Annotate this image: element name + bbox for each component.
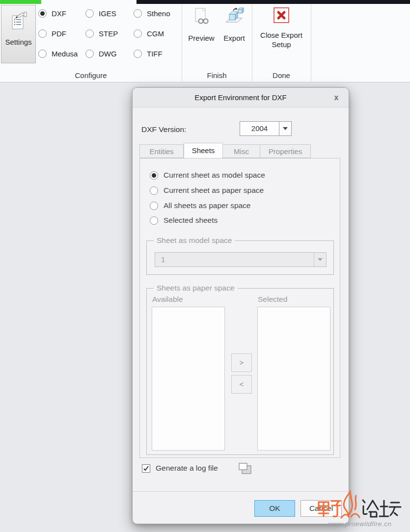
model-space-sheet-value: 1 <box>155 253 314 266</box>
selected-sheets-list[interactable] <box>257 307 330 451</box>
format-radio-cgm[interactable]: CGM <box>134 29 164 38</box>
format-radio-tiff[interactable]: TIFF <box>134 50 163 58</box>
format-radio-iges[interactable]: IGES <box>85 9 116 18</box>
cancel-button[interactable]: Cancel <box>301 500 342 517</box>
export-environment-dialog: Export Environment for DXF x DXF Version… <box>132 87 349 524</box>
export-icon <box>224 7 244 27</box>
radio-icon <box>38 50 47 58</box>
radio-icon <box>150 216 158 225</box>
ribbon-group-configure: Configure <box>0 70 182 81</box>
radio-icon <box>134 9 142 18</box>
format-radio-stheno[interactable]: Stheno <box>134 9 170 18</box>
preview-button[interactable]: Preview <box>186 7 217 43</box>
dxf-version-label: DXF Version: <box>141 125 186 134</box>
radio-selected-icon <box>38 9 47 18</box>
settings-button[interactable]: Settings <box>1 5 36 63</box>
radio-icon <box>85 9 94 18</box>
sheet-as-model-space-group: Sheet as model space 1 <box>146 240 334 275</box>
dialog-close-icon[interactable]: x <box>331 88 342 107</box>
move-right-button[interactable]: > <box>231 353 252 372</box>
chevron-down-icon <box>283 127 288 130</box>
radio-icon <box>134 50 142 58</box>
radio-icon <box>38 29 47 38</box>
format-radio-dwg[interactable]: DWG <box>85 50 117 58</box>
move-left-button[interactable]: < <box>231 375 252 394</box>
dialog-tabs: Entities Sheets Misc Properties <box>139 144 311 158</box>
ribbon-group-finish: Finish <box>182 70 252 81</box>
sheets-as-paper-space-legend: Sheets as paper space <box>154 284 238 293</box>
export-button-label: Export <box>219 33 249 43</box>
window-title-bar-strip <box>137 0 410 4</box>
radio-icon <box>150 202 158 210</box>
view-log-file-icon[interactable] <box>238 462 254 478</box>
dxf-version-value: 2004 <box>240 122 279 135</box>
close-export-setup-button[interactable]: Close Export Setup <box>255 7 307 49</box>
settings-button-label: Settings <box>1 38 35 46</box>
checkbox-checked-icon[interactable] <box>142 464 150 473</box>
tab-misc[interactable]: Misc <box>223 144 260 158</box>
format-radio-medusa[interactable]: Medusa <box>38 50 78 58</box>
format-radio-dxf[interactable]: DXF <box>38 9 66 18</box>
available-sheets-list[interactable] <box>152 307 225 451</box>
radio-icon <box>85 50 94 58</box>
option-all-sheets-paper-space[interactable]: All sheets as paper space <box>150 201 251 210</box>
preview-icon <box>191 7 211 27</box>
available-list-label: Available <box>152 295 183 304</box>
export-button[interactable]: Export <box>219 7 249 43</box>
radio-icon <box>134 29 142 38</box>
ribbon-toolbar: Settings DXF IGES Stheno PDF STEP CGM Me… <box>0 0 410 82</box>
dxf-version-dropdown-button[interactable] <box>279 122 291 135</box>
close-export-setup-label-line2: Setup <box>255 40 307 49</box>
option-selected-sheets[interactable]: Selected sheets <box>150 216 218 225</box>
settings-icon <box>1 11 35 33</box>
button-row-separator <box>133 491 349 492</box>
tab-entities[interactable]: Entities <box>139 144 184 158</box>
ok-button[interactable]: OK <box>254 500 295 517</box>
format-radio-step[interactable]: STEP <box>85 29 118 38</box>
option-current-sheet-model-space[interactable]: Current sheet as model space <box>150 171 265 180</box>
radio-selected-icon <box>150 171 158 180</box>
dxf-version-dropdown[interactable]: 2004 <box>240 121 292 136</box>
sheets-as-paper-space-group: Sheets as paper space Available Selected… <box>146 288 334 455</box>
quick-access-accent-bar <box>0 0 41 4</box>
generate-log-checkbox-row[interactable]: Generate a log file <box>142 464 218 473</box>
model-space-dropdown-button <box>314 253 326 266</box>
radio-icon <box>150 186 158 195</box>
generate-log-label: Generate a log file <box>156 464 218 473</box>
option-current-sheet-paper-space[interactable]: Current sheet as paper space <box>150 186 264 195</box>
radio-icon <box>85 29 94 38</box>
tab-properties[interactable]: Properties <box>260 144 311 158</box>
ribbon-group-separator <box>311 4 311 81</box>
dialog-title: Export Environment for DXF <box>133 88 349 107</box>
selected-list-label: Selected <box>258 295 287 304</box>
close-export-setup-icon <box>273 7 290 24</box>
format-radio-pdf[interactable]: PDF <box>38 29 66 38</box>
close-export-setup-label-line1: Close Export <box>255 30 307 40</box>
preview-button-label: Preview <box>186 33 217 43</box>
sheet-as-model-space-legend: Sheet as model space <box>154 236 235 245</box>
chevron-down-icon <box>318 258 323 261</box>
sheets-tab-panel: Current sheet as model space Current she… <box>139 158 340 458</box>
tab-sheets[interactable]: Sheets <box>184 143 223 158</box>
model-space-sheet-dropdown: 1 <box>155 252 327 267</box>
ribbon-group-done: Done <box>252 70 311 81</box>
